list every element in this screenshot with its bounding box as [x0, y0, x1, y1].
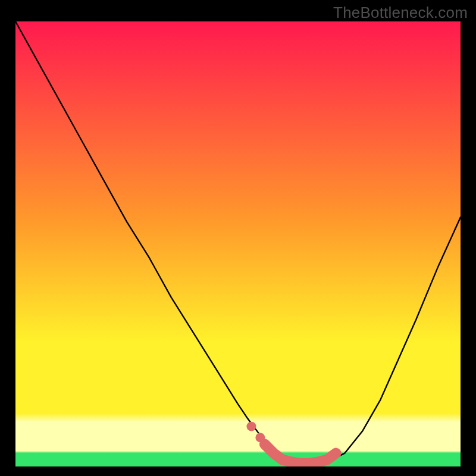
watermark-text: TheBottleneck.com	[333, 4, 468, 22]
chart-svg	[15, 21, 461, 466]
chart-plot-area	[15, 21, 461, 466]
gradient-bg	[15, 21, 461, 466]
chart-frame: TheBottleneck.com	[0, 0, 476, 476]
marker-dot	[246, 422, 256, 431]
marker-dot	[255, 433, 265, 442]
